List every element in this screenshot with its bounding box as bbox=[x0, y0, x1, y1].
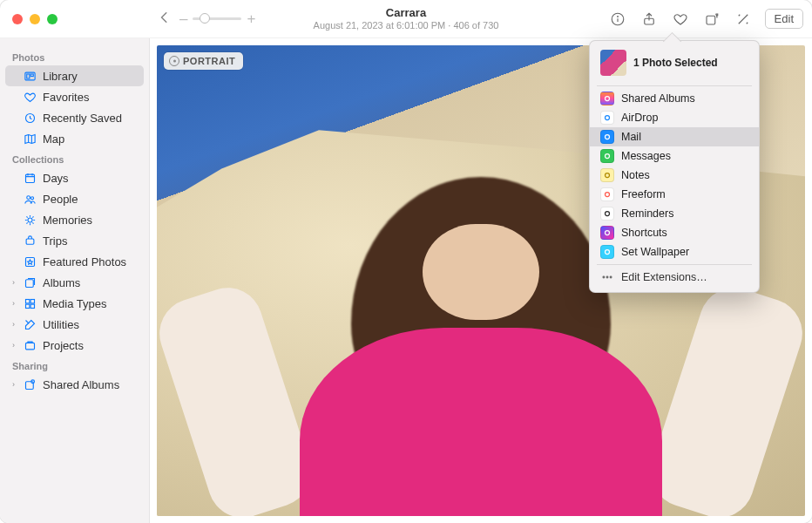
share-thumbnail bbox=[600, 50, 626, 76]
sidebar-item-shared-albums[interactable]: ›Shared Albums bbox=[5, 374, 144, 395]
sidebar-item-favorites[interactable]: Favorites bbox=[5, 86, 144, 107]
projects-icon bbox=[23, 338, 37, 352]
chevron-right-icon[interactable]: › bbox=[12, 278, 19, 287]
sidebar-item-albums[interactable]: ›Albums bbox=[5, 272, 144, 293]
titlebar: – + Carrara August 21, 2023 at 6:01:00 P… bbox=[0, 0, 812, 38]
reminders-icon bbox=[600, 207, 614, 221]
svg-point-10 bbox=[26, 195, 30, 199]
spacer bbox=[12, 173, 19, 182]
sidebar-item-media-types[interactable]: ›Media Types bbox=[5, 293, 144, 314]
share-item-label: Set Wallpaper bbox=[621, 246, 689, 258]
sidebar-item-label: Map bbox=[43, 132, 64, 146]
sidebar-item-label: Trips bbox=[43, 234, 67, 248]
share-item-messages[interactable]: Messages bbox=[590, 146, 759, 166]
sidebar-item-label: Favorites bbox=[43, 91, 89, 104]
spacer bbox=[12, 257, 19, 266]
sidebar-item-trips[interactable]: Trips bbox=[5, 230, 144, 251]
spacer bbox=[12, 92, 19, 101]
sharedalbums-icon bbox=[23, 377, 37, 391]
share-item-shortcuts[interactable]: Shortcuts bbox=[590, 223, 759, 242]
chevron-right-icon[interactable]: › bbox=[12, 320, 19, 329]
svg-point-12 bbox=[28, 218, 32, 222]
spacer bbox=[12, 215, 19, 224]
svg-rect-7 bbox=[30, 74, 33, 77]
clock-icon bbox=[23, 111, 37, 125]
sidebar-item-label: Media Types bbox=[43, 297, 106, 310]
sidebar-item-memories[interactable]: Memories bbox=[5, 209, 144, 230]
back-button[interactable] bbox=[159, 11, 171, 27]
svg-rect-13 bbox=[26, 239, 34, 244]
svg-point-11 bbox=[30, 196, 33, 199]
zoom-thumb[interactable] bbox=[200, 13, 210, 24]
calendar-icon bbox=[23, 171, 37, 185]
share-button[interactable] bbox=[639, 10, 659, 29]
share-item-shared-albums[interactable]: Shared Albums bbox=[590, 89, 759, 108]
mail-icon bbox=[600, 130, 614, 144]
airdrop-icon bbox=[600, 111, 614, 125]
chevron-right-icon[interactable]: › bbox=[12, 299, 19, 308]
share-item-set-wallpaper[interactable]: Set Wallpaper bbox=[590, 242, 759, 262]
share-item-airdrop[interactable]: AirDrop bbox=[590, 108, 759, 127]
sidebar-item-label: Library bbox=[43, 70, 78, 83]
share-item-label: Notes bbox=[621, 169, 650, 181]
sidebar-item-days[interactable]: Days bbox=[5, 167, 144, 188]
edit-button[interactable]: Edit bbox=[765, 9, 803, 29]
photo-title: Carrara bbox=[314, 6, 499, 20]
edit-extensions-item[interactable]: Edit Extensions… bbox=[590, 268, 759, 287]
albums-icon bbox=[23, 275, 37, 289]
shortcuts-icon bbox=[600, 226, 614, 240]
zoom-slider[interactable]: – + bbox=[179, 10, 255, 28]
close-window-button[interactable] bbox=[12, 14, 23, 24]
fullscreen-window-button[interactable] bbox=[47, 14, 58, 24]
share-item-label: Mail bbox=[621, 131, 641, 143]
svg-rect-19 bbox=[30, 304, 34, 308]
autofix-button[interactable] bbox=[734, 10, 753, 29]
chevron-right-icon[interactable]: › bbox=[12, 380, 19, 389]
svg-rect-17 bbox=[30, 299, 34, 302]
mediatypes-icon bbox=[23, 296, 37, 310]
zoom-in-icon: + bbox=[247, 10, 255, 28]
wallpaper-icon bbox=[600, 245, 614, 259]
sidebar-item-projects[interactable]: ›Projects bbox=[5, 335, 144, 356]
info-button[interactable] bbox=[608, 10, 627, 29]
share-item-label: Freeform bbox=[621, 188, 666, 200]
spacer bbox=[12, 194, 19, 203]
sidebar-item-label: Shared Albums bbox=[43, 378, 119, 391]
minimize-window-button[interactable] bbox=[30, 14, 40, 24]
spacer bbox=[12, 71, 19, 80]
share-item-notes[interactable]: Notes bbox=[590, 166, 759, 185]
sidebar-item-utilities[interactable]: ›Utilities bbox=[5, 314, 144, 335]
svg-point-25 bbox=[606, 135, 610, 139]
svg-rect-9 bbox=[25, 174, 34, 182]
library-icon bbox=[23, 69, 37, 83]
sidebar-item-people[interactable]: People bbox=[5, 188, 144, 209]
sidebar-section-header: Collections bbox=[5, 149, 144, 167]
zoom-out-icon: – bbox=[179, 10, 187, 28]
sidebar-item-recently-saved[interactable]: Recently Saved bbox=[5, 107, 144, 128]
zoom-track[interactable] bbox=[193, 17, 241, 20]
share-item-freeform[interactable]: Freeform bbox=[590, 185, 759, 204]
sidebar: Photos Library Favorites Recently Saved … bbox=[0, 38, 150, 523]
share-item-label: Messages bbox=[621, 150, 671, 162]
svg-point-32 bbox=[603, 276, 605, 278]
share-item-reminders[interactable]: Reminders bbox=[590, 204, 759, 223]
svg-point-27 bbox=[606, 173, 610, 178]
sidebar-item-label: Utilities bbox=[43, 318, 79, 331]
share-item-label: Shortcuts bbox=[621, 227, 667, 239]
svg-rect-16 bbox=[25, 299, 29, 302]
sidebar-section-header: Sharing bbox=[5, 356, 144, 374]
rotate-button[interactable] bbox=[702, 10, 721, 29]
chevron-right-icon[interactable]: › bbox=[12, 341, 19, 350]
svg-point-26 bbox=[606, 154, 610, 159]
title-block: Carrara August 21, 2023 at 6:01:00 PM · … bbox=[314, 6, 499, 31]
notes-icon bbox=[600, 168, 614, 182]
favorite-button[interactable] bbox=[671, 10, 690, 29]
svg-point-33 bbox=[606, 276, 608, 278]
messages-icon bbox=[600, 149, 614, 163]
sidebar-item-map[interactable]: Map bbox=[5, 128, 144, 149]
people-icon bbox=[23, 192, 37, 206]
sidebar-item-library[interactable]: Library bbox=[5, 65, 144, 86]
svg-point-30 bbox=[606, 231, 610, 235]
share-item-mail[interactable]: Mail bbox=[590, 127, 759, 146]
sidebar-item-featured-photos[interactable]: Featured Photos bbox=[5, 251, 144, 272]
